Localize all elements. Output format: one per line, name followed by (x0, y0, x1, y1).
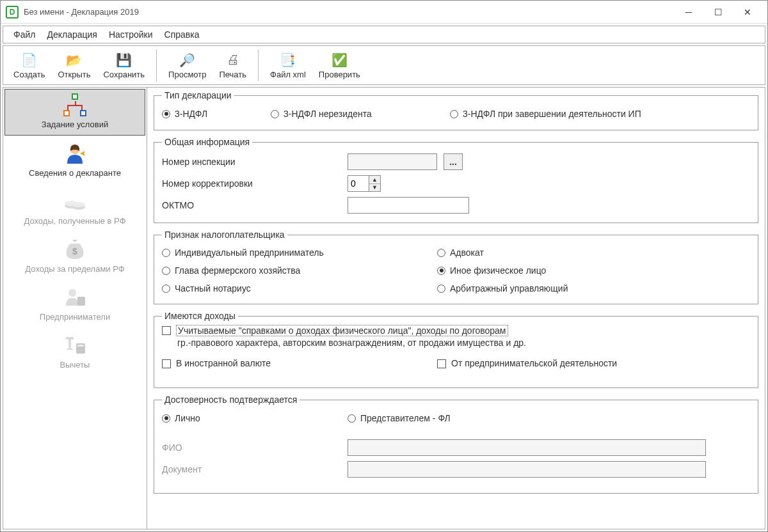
inspection-input[interactable] (348, 153, 437, 170)
checkbox-income-spravka-sub: гр.-правового характера, авторским возна… (177, 338, 750, 348)
group-general: Общая информация Номер инспекции ... Ном… (154, 137, 758, 223)
radio-indicator (450, 110, 458, 118)
radio-other-person[interactable]: Иное физическое лицо (437, 265, 750, 276)
svg-rect-9 (68, 340, 71, 347)
radio-3ndfl[interactable]: 3-НДФЛ (162, 109, 271, 119)
radio-indicator (437, 285, 445, 293)
radio-indicator (437, 249, 445, 257)
menu-declaration[interactable]: Декларация (42, 27, 102, 42)
checkbox-indicator (437, 359, 446, 368)
sidebar-item-income-rf[interactable]: Доходы, полученные в РФ (3, 185, 147, 233)
checkbox-income-foreign-currency[interactable]: В иностранной валюте (162, 358, 437, 368)
radio-3ndfl-nonresident[interactable]: 3-НДФЛ нерезидента (271, 109, 450, 119)
radio-3ndfl-ip-close[interactable]: 3-НДФЛ при завершении деятельности ИП (450, 109, 641, 119)
checkbox-indicator (162, 359, 171, 368)
radio-indicator (162, 285, 170, 293)
new-file-icon: 📄 (21, 52, 38, 68)
toolbar-separator (258, 49, 259, 81)
radio-notary[interactable]: Частный нотариус (162, 283, 437, 293)
group-decl-type-legend: Тип декларации (162, 90, 234, 100)
spinner-up-button[interactable]: ▲ (369, 176, 380, 184)
radio-arbitration[interactable]: Арбитражный управляющий (437, 283, 750, 293)
toolbar: 📄 Создать 📂 Открыть 💾 Сохранить 🔎 Просмо… (3, 45, 765, 85)
fio-input[interactable] (348, 439, 706, 456)
svg-rect-11 (77, 345, 84, 347)
group-auth-legend: Достоверность подтверждается (162, 395, 300, 405)
group-income-legend: Имеются доходы (162, 311, 238, 321)
menu-file[interactable]: Файл (8, 27, 40, 42)
oktmo-label: ОКТМО (162, 200, 348, 210)
money-bag-icon: $ (61, 237, 89, 262)
app-icon: D (6, 6, 19, 19)
spinner-down-button[interactable]: ▼ (369, 184, 380, 192)
minimize-button[interactable]: ─ (674, 2, 703, 22)
toolbar-print-button[interactable]: 🖨 Печать (212, 47, 253, 83)
toolbar-create-button[interactable]: 📄 Создать (7, 47, 51, 83)
menu-help[interactable]: Справка (159, 27, 205, 42)
svg-rect-7 (77, 297, 85, 306)
save-icon: 💾 (116, 52, 132, 68)
toolbar-xml-button[interactable]: 📑 Файл xml (264, 47, 312, 83)
toolbar-preview-button[interactable]: 🔎 Просмотр (162, 47, 212, 83)
menu-settings[interactable]: Настройки (104, 27, 158, 42)
person-icon (61, 141, 89, 166)
inspection-lookup-button[interactable]: ... (444, 153, 463, 170)
sidebar-item-conditions[interactable]: Задание условий (4, 89, 145, 136)
folder-open-icon: 📂 (66, 52, 83, 68)
diagram-icon (61, 92, 89, 118)
coins-icon (61, 189, 89, 214)
doc-input[interactable] (348, 461, 706, 478)
checkbox-indicator (162, 326, 171, 335)
entrepreneur-icon (61, 285, 89, 310)
correction-label: Номер корректировки (162, 178, 348, 189)
sidebar-item-income-foreign[interactable]: $ Доходы за пределами РФ (3, 233, 147, 281)
radio-indicator (271, 110, 279, 118)
radio-indicator (162, 267, 170, 275)
sidebar: Задание условий Сведения о декларанте (3, 87, 147, 529)
svg-point-6 (68, 289, 76, 297)
svg-rect-8 (66, 337, 74, 340)
close-button[interactable]: ✕ (733, 2, 762, 22)
toolbar-open-button[interactable]: 📂 Открыть (51, 47, 97, 83)
checkbox-income-spravka[interactable]: Учитываемые "справками о доходах физичес… (162, 325, 508, 336)
oktmo-input[interactable] (348, 197, 469, 214)
toolbar-separator (156, 49, 157, 81)
xml-file-icon: 📑 (280, 52, 296, 68)
group-income: Имеются доходы Учитываемые "справками о … (154, 311, 758, 388)
correction-spinner[interactable]: ▲ ▼ (348, 175, 381, 192)
group-general-legend: Общая информация (162, 137, 252, 147)
fio-label: ФИО (162, 442, 348, 453)
radio-indicator (348, 414, 356, 423)
group-auth: Достоверность подтверждается Лично Предс… (154, 395, 758, 494)
radio-indicator (437, 267, 445, 275)
titlebar: D Без имени - Декларация 2019 ─ ☐ ✕ (1, 1, 767, 24)
main-panel: Тип декларации 3-НДФЛ 3-НДФЛ нерезидента… (147, 87, 765, 529)
group-taxpayer-legend: Признак налогоплательщика (162, 230, 287, 240)
deductions-icon (61, 332, 89, 358)
toolbar-save-button[interactable]: 💾 Сохранить (97, 47, 151, 83)
toolbar-check-button[interactable]: ✅ Проверить (312, 47, 367, 83)
preview-icon: 🔎 (179, 52, 196, 68)
group-taxpayer: Признак налогоплательщика Индивидуальный… (154, 230, 758, 304)
radio-indicator (162, 249, 170, 257)
radio-indicator (162, 414, 170, 423)
checkbox-income-entrepreneur[interactable]: От предпринимательской деятельности (437, 358, 750, 368)
radio-farm-head[interactable]: Глава фермерского хозяйства (162, 265, 437, 276)
inspection-label: Номер инспекции (162, 157, 348, 167)
check-icon: ✅ (331, 52, 348, 68)
doc-label: Документ (162, 464, 348, 474)
radio-auth-rep[interactable]: Представителем - ФЛ (348, 413, 451, 423)
radio-advocate[interactable]: Адвокат (437, 247, 750, 258)
print-icon: 🖨 (225, 52, 241, 68)
sidebar-item-declarant[interactable]: Сведения о декларанте (3, 137, 147, 185)
window-title: Без имени - Декларация 2019 (24, 7, 674, 17)
maximize-button[interactable]: ☐ (703, 2, 733, 22)
correction-input[interactable] (348, 175, 369, 192)
radio-auth-self[interactable]: Лично (162, 413, 348, 423)
sidebar-item-entrepreneur[interactable]: Предприниматели (3, 281, 147, 329)
svg-point-4 (72, 202, 85, 207)
group-decl-type: Тип декларации 3-НДФЛ 3-НДФЛ нерезидента… (154, 90, 758, 130)
svg-text:$: $ (72, 246, 77, 256)
sidebar-item-deductions[interactable]: Вычеты (3, 329, 147, 377)
radio-ip[interactable]: Индивидуальный предприниматель (162, 247, 437, 258)
